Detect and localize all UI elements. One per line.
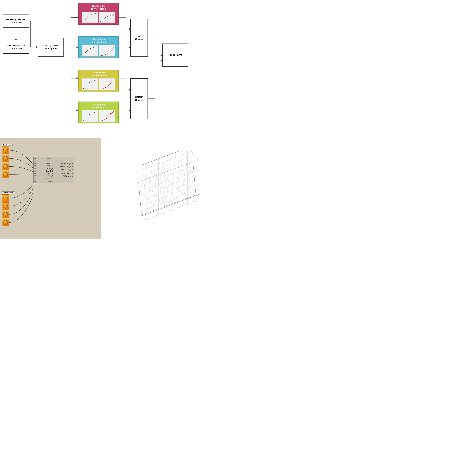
- input-dot-8: [35, 175, 36, 176]
- bottom-curves-label: Bottom Curves: [2, 191, 15, 194]
- input-curve-b-b: Curve B_B: [34, 170, 54, 172]
- mini-graph-4b: [99, 110, 115, 122]
- svg-point-22: [110, 113, 111, 114]
- curve-box-3-title: Changing thecurve of side 3: [91, 71, 106, 77]
- param-node-1: [2, 146, 9, 154]
- param-node-4: [2, 171, 9, 178]
- param-node-5: [2, 194, 9, 202]
- param-node-6: [2, 202, 9, 210]
- input-curve-a-b: Curve A_B: [34, 168, 54, 170]
- upper-square-box: Generating the upper 10×10 square: [3, 14, 29, 27]
- input-dot-7: [35, 173, 36, 174]
- input-dot-6: [35, 171, 36, 172]
- input-curve-c-t: Curve C_T: [34, 162, 54, 164]
- top-param-group: [2, 146, 9, 178]
- curve-box-2: Changing thecurve of side 2: [78, 36, 119, 58]
- input-curve-d-t: Curve D_T: [34, 164, 54, 167]
- curve-box-3: Changing thecurve of side 3: [78, 70, 119, 92]
- param-node-7: [2, 211, 9, 218]
- 3d-structure-svg: [129, 151, 205, 226]
- mini-graph-2b: [99, 45, 115, 57]
- svg-rect-3: [99, 12, 115, 23]
- input-dot-9: [35, 178, 36, 180]
- output-dot-3: [71, 169, 73, 171]
- curve-box-4: Changing thecurve of side 4: [78, 101, 119, 123]
- input-curve-c-b: Curve C_B: [34, 172, 54, 174]
- curve-box-4-title: Changing thecurve of side 4: [91, 103, 106, 109]
- output-dot-2: [71, 166, 73, 167]
- param-node-3: [2, 163, 9, 170]
- curve-box-3-graphs: [82, 78, 115, 90]
- grasshopper-area: Top Curves Bottom Curves: [0, 138, 101, 239]
- input-dot-3: [35, 163, 36, 164]
- input-curve-a-t: Curve A_T: [34, 158, 54, 160]
- mini-graph-2a: [82, 45, 98, 57]
- svg-rect-6: [82, 45, 98, 56]
- svg-rect-21: [99, 110, 115, 122]
- svg-rect-9: [99, 45, 115, 56]
- final-form-box: Final Form: [162, 44, 188, 67]
- bottom-section: Top Curves Bottom Curves: [0, 138, 233, 239]
- curve-box-4-graphs: [82, 110, 115, 122]
- bottom-param-group: [2, 194, 9, 226]
- gh-component: Curve A_T Curve B_T Curve C_T Curve D_T: [33, 157, 74, 183]
- mini-graph-3a: [82, 78, 98, 90]
- separating-box: Separating the sides of the squares.: [38, 38, 64, 57]
- mini-graph-4a: [82, 110, 98, 122]
- svg-rect-15: [99, 78, 115, 90]
- top-diagram: Generating the upper 10×10 square Genera…: [0, 0, 233, 138]
- input-dot-4: [35, 165, 36, 166]
- curve-box-2-title: Changing thecurve of side 2: [91, 38, 106, 44]
- bottom-curves-box: Bottom Curves: [130, 78, 148, 119]
- lower-square-box: Generating the lower 10×10 square: [3, 41, 29, 54]
- output-dot-4: [71, 173, 73, 174]
- input-curve-b-t: Curve B_T: [34, 160, 54, 162]
- input-v-div: V Divisions: [34, 180, 54, 182]
- curve-box-1-title: Changing thecurve of side 1: [91, 4, 106, 10]
- wires-overlay: [0, 138, 101, 239]
- curve-box-1: Changing thecurve of side 1: [78, 3, 119, 25]
- input-curve-d-b: Curve D_B: [34, 175, 54, 177]
- render-area: [101, 138, 233, 239]
- param-node-2: [2, 155, 9, 162]
- input-dot-1: [35, 158, 36, 159]
- output-dot-1: [71, 163, 73, 164]
- mini-graph-3b: [99, 78, 115, 90]
- svg-rect-12: [82, 78, 98, 90]
- param-node-8: [2, 219, 9, 226]
- mini-graph-1b: [99, 12, 115, 23]
- top-curves-label: Top Curves: [2, 144, 13, 146]
- top-curves-box: Top Curves: [130, 19, 148, 57]
- input-dot-5: [35, 168, 36, 169]
- input-u-div: U Divisions: [34, 178, 54, 180]
- input-dot-2: [35, 160, 36, 162]
- svg-rect-18: [82, 110, 98, 122]
- curve-box-2-graphs: [82, 45, 115, 57]
- output-dot-5: [71, 175, 73, 177]
- mini-graph-1a: [82, 12, 98, 23]
- curve-box-1-graphs: [82, 12, 115, 23]
- input-dot-10: [35, 181, 36, 182]
